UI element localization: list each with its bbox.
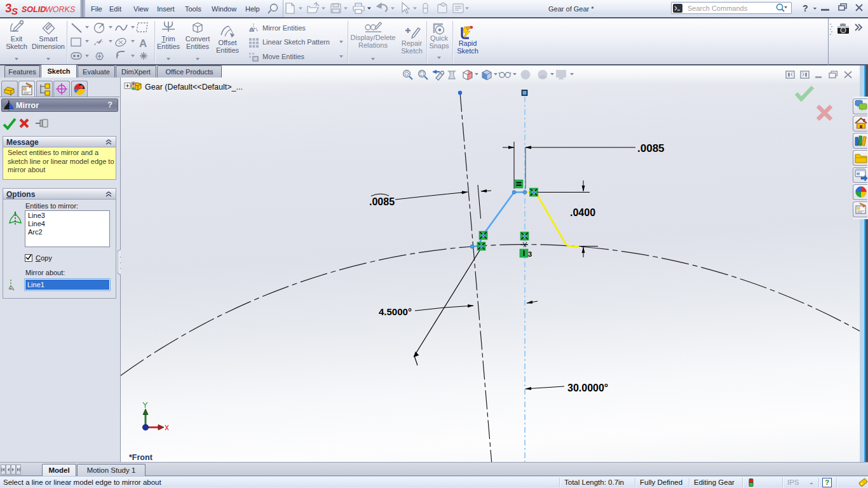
svg-text:3: 3	[528, 250, 532, 258]
svg-text:A: A	[139, 37, 147, 50]
svg-text:*Front: *Front	[129, 453, 153, 462]
svg-text:.0085: .0085	[369, 196, 395, 207]
svg-text:4.5000°: 4.5000°	[379, 306, 412, 317]
svg-text:30.0000°: 30.0000°	[567, 383, 608, 393]
svg-text:Gear (Default<<Default>_...: Gear (Default<<Default>_...	[145, 83, 243, 92]
svg-text:.0085: .0085	[637, 142, 665, 154]
svg-text:.0400: .0400	[570, 207, 595, 218]
